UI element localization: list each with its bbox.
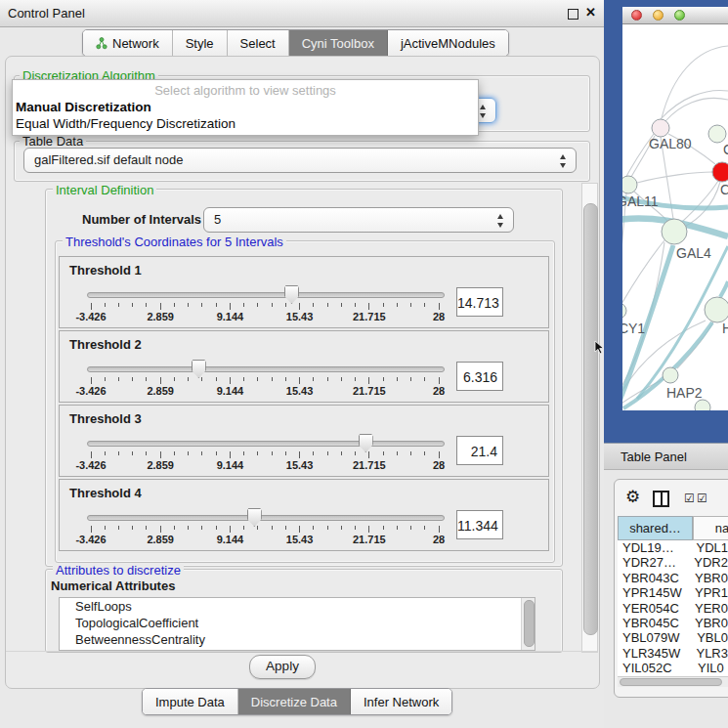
network-node-gal11[interactable] xyxy=(622,176,637,193)
tick-mark xyxy=(91,303,92,310)
panel-scrollbar-thumb[interactable] xyxy=(583,203,598,635)
cell-shared-name[interactable]: YER054C xyxy=(618,601,690,616)
table-row[interactable]: YIL052CYIL0 xyxy=(618,661,728,675)
threshold-value-field[interactable]: 21.4 xyxy=(456,436,503,465)
table-row[interactable]: YDL19…YDL1 xyxy=(618,540,728,555)
tick-label: -3.426 xyxy=(62,385,120,397)
tick-mark xyxy=(105,303,106,307)
tab-cyni-toolbox[interactable]: Cyni Toolbox xyxy=(289,30,388,56)
menu-item-equal-width-frequency[interactable]: Equal Width/Frequency Discretization xyxy=(16,116,236,131)
attribute-item-betweennesscentrality[interactable]: BetweennessCentrality xyxy=(60,631,535,648)
zoom-traffic-light-icon[interactable] xyxy=(674,10,685,21)
network-node[interactable] xyxy=(695,400,710,410)
tab-label: Select xyxy=(240,31,276,56)
cell-name[interactable]: YBR0 xyxy=(690,571,728,585)
network-node-ga[interactable] xyxy=(708,125,726,143)
attributes-scrollbar[interactable] xyxy=(521,598,535,650)
slider-thumb[interactable] xyxy=(192,360,206,378)
column-header-shared[interactable]: shared… xyxy=(618,516,693,540)
attributes-scrollbar-thumb[interactable] xyxy=(524,600,535,647)
table-row[interactable]: YLR345WYLR3 xyxy=(618,646,728,661)
checkbox-icon[interactable]: ☑ xyxy=(697,492,707,505)
table-row[interactable]: YBR045CYBR0 xyxy=(618,616,728,630)
tab-infer-network[interactable]: Infer Network xyxy=(351,689,451,714)
node-table[interactable]: YDL19…YDL1YDR27…YDR2YBR043CYBR0YPR145WYP… xyxy=(618,540,728,676)
network-node-gcy1[interactable] xyxy=(622,303,626,319)
network-canvas[interactable]: GAL80GACGAL11GAL4GCY1HHAP2 xyxy=(622,24,728,410)
close-icon[interactable]: ✕ xyxy=(585,5,596,20)
slider-thumb[interactable] xyxy=(247,508,262,527)
threshold-value-field[interactable]: 14.713 xyxy=(456,287,503,317)
table-row[interactable]: YBL079WYBL0 xyxy=(618,630,728,645)
tab-discretize-data[interactable]: Discretize Data xyxy=(238,689,351,714)
network-node-h[interactable] xyxy=(705,297,728,322)
cell-name[interactable]: YPR1 xyxy=(690,585,728,600)
numerical-attributes-heading: Numerical Attributes xyxy=(51,578,175,593)
close-traffic-light-icon[interactable] xyxy=(631,10,642,21)
threshold-value-field[interactable]: 11.344 xyxy=(456,510,503,539)
tab-select[interactable]: Select xyxy=(228,30,289,56)
tab-jactivemnodules[interactable]: jActiveMNodules xyxy=(388,30,508,56)
algorithm-placeholder: Select algorithm to view settings xyxy=(13,83,478,98)
tab-network[interactable]: Network xyxy=(83,30,173,56)
cell-name[interactable]: YIL0 xyxy=(693,661,724,675)
slider-track[interactable] xyxy=(87,366,445,372)
slider-thumb[interactable] xyxy=(359,434,373,452)
tick-mark xyxy=(201,451,202,455)
minimize-traffic-light-icon[interactable] xyxy=(653,10,664,21)
cell-shared-name[interactable]: YBR043C xyxy=(618,571,690,585)
tick-mark xyxy=(272,451,273,455)
table-row[interactable]: YER054CYER0 xyxy=(618,601,728,616)
threshold-value-field[interactable]: 6.316 xyxy=(456,362,503,391)
slider-track[interactable] xyxy=(87,292,445,298)
cell-name[interactable]: YDR2 xyxy=(689,555,728,570)
network-node-hap2[interactable] xyxy=(663,367,678,383)
tab-impute-data[interactable]: Impute Data xyxy=(143,689,238,714)
gear-icon[interactable]: ⚙ xyxy=(625,487,640,507)
cell-name[interactable]: YDL1 xyxy=(691,540,728,555)
table-row[interactable]: YPR145WYPR1 xyxy=(618,585,728,600)
network-node-c[interactable] xyxy=(712,162,728,182)
slider-track[interactable] xyxy=(87,515,445,521)
float-window-icon[interactable] xyxy=(568,9,578,20)
cell-shared-name[interactable]: YBL079W xyxy=(618,630,692,645)
attribute-item-selfloops[interactable]: SelfLoops xyxy=(60,598,535,615)
threshold-rows: Threshold 1-3.4262.8599.14415.4321.71528… xyxy=(59,256,549,553)
cell-name[interactable]: YBL0 xyxy=(692,630,728,645)
cell-name[interactable]: YLR3 xyxy=(691,646,728,661)
tick-mark xyxy=(383,526,384,530)
table-data-combo[interactable]: galFiltered.sif default node xyxy=(23,148,577,173)
network-window-titlebar[interactable] xyxy=(622,7,728,24)
table-hscrollbar-thumb[interactable] xyxy=(620,678,722,686)
network-edge-thick xyxy=(720,281,728,297)
number-of-intervals-combo[interactable]: 5 xyxy=(203,207,514,233)
cell-shared-name[interactable]: YLR345W xyxy=(618,646,691,661)
apply-button[interactable]: Apply xyxy=(249,655,316,679)
cell-name[interactable]: YER0 xyxy=(690,601,728,616)
cell-shared-name[interactable]: YIL052C xyxy=(618,661,693,675)
network-node-gal80[interactable] xyxy=(652,119,669,137)
numerical-attributes-list[interactable]: SelfLoopsTopologicalCoefficientBetweenne… xyxy=(59,597,535,651)
table-row[interactable]: YBR043CYBR0 xyxy=(618,571,728,585)
tab-label: Infer Network xyxy=(364,690,439,714)
column-layout-icon[interactable] xyxy=(653,491,669,507)
slider-thumb[interactable] xyxy=(284,285,299,304)
cell-shared-name[interactable]: YPR145W xyxy=(618,585,690,600)
network-node-gal4[interactable] xyxy=(662,219,687,244)
cell-shared-name[interactable]: YDR27… xyxy=(618,555,689,570)
threshold-row-3: Threshold 3-3.4262.8599.14415.4321.71528… xyxy=(59,405,549,477)
menu-item-manual-discretization[interactable]: Manual Discretization xyxy=(16,100,151,114)
tab-style[interactable]: Style xyxy=(173,30,228,56)
cell-name[interactable]: YBR0 xyxy=(690,616,728,630)
cell-shared-name[interactable]: YBR045C xyxy=(618,616,690,630)
cell-shared-name[interactable]: YDL19… xyxy=(618,540,691,555)
column-header-name[interactable]: na xyxy=(693,516,728,540)
slider-track[interactable] xyxy=(87,441,445,447)
tick-mark xyxy=(243,451,244,455)
table-hscrollbar[interactable] xyxy=(618,676,728,687)
tick-mark xyxy=(285,526,286,530)
tick-mark xyxy=(105,377,106,381)
checkbox-icon[interactable]: ☑ xyxy=(684,492,695,505)
attribute-item-topologicalcoefficient[interactable]: TopologicalCoefficient xyxy=(60,615,535,631)
table-row[interactable]: YDR27…YDR2 xyxy=(618,555,728,570)
